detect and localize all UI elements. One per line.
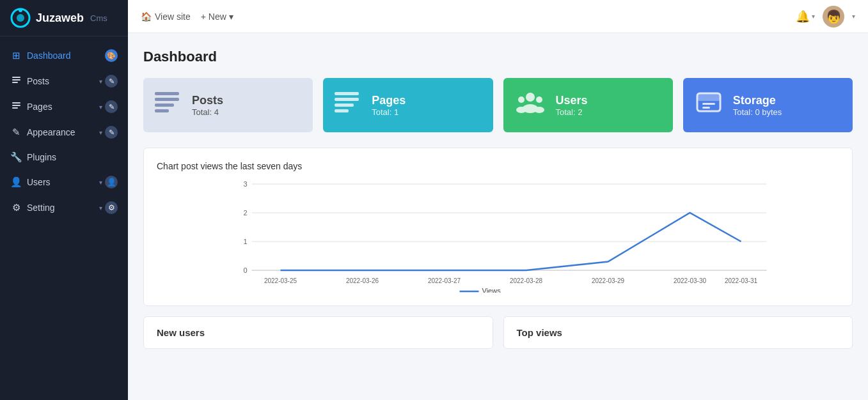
svg-text:2022-03-28: 2022-03-28: [510, 277, 543, 284]
svg-point-19: [536, 96, 542, 103]
dashboard-badge: 🎨: [105, 49, 118, 62]
storage-stat-value: Total: 0 bytes: [733, 107, 782, 117]
setting-icon: ⚙: [10, 202, 22, 213]
posts-stat-label: Posts: [192, 94, 223, 107]
svg-point-2: [19, 8, 22, 12]
appearance-icon: ✎: [10, 127, 22, 138]
pages-edit-icon: ✎: [105, 100, 118, 113]
sidebar-item-dashboard[interactable]: ⊞ Dashboard 🎨: [0, 43, 128, 68]
svg-text:2022-03-26: 2022-03-26: [346, 277, 379, 284]
svg-rect-8: [12, 107, 18, 109]
sidebar-label-dashboard: Dashboard: [27, 50, 71, 61]
sidebar-label-plugins: Plugins: [27, 152, 56, 162]
svg-rect-15: [335, 104, 354, 107]
new-users-card: New users: [143, 316, 493, 349]
new-arrow-icon: ▾: [229, 12, 233, 22]
svg-rect-14: [335, 98, 359, 101]
users-badge: 👤: [105, 176, 118, 188]
svg-point-22: [534, 107, 544, 113]
pages-arrow: ▾: [99, 104, 102, 111]
stat-card-pages[interactable]: Pages Total: 1: [323, 78, 493, 132]
svg-text:2022-03-25: 2022-03-25: [264, 277, 297, 284]
svg-text:2022-03-30: 2022-03-30: [674, 277, 707, 284]
sidebar-item-users[interactable]: 👤 Users ▾ 👤: [0, 169, 128, 195]
sidebar-label-setting: Setting: [27, 203, 55, 213]
users-stat-info: Users Total: 2: [556, 94, 588, 117]
sidebar-item-plugins[interactable]: 🔧 Plugins: [0, 145, 128, 169]
sidebar-item-appearance[interactable]: ✎ Appearance ▾ ✎: [0, 119, 128, 145]
svg-text:2022-03-29: 2022-03-29: [592, 277, 625, 284]
svg-rect-11: [155, 104, 174, 107]
svg-rect-5: [12, 82, 18, 83]
svg-rect-3: [12, 77, 20, 78]
stats-row: Posts Total: 4 Pages Total: 1: [143, 78, 853, 132]
svg-point-17: [526, 93, 535, 102]
svg-point-1: [17, 14, 24, 22]
svg-text:2022-03-27: 2022-03-27: [428, 277, 461, 284]
sidebar-label-pages: Pages: [27, 102, 52, 112]
sidebar-logo: Juzaweb Cms: [0, 0, 128, 36]
stat-card-users[interactable]: Users Total: 2: [503, 78, 673, 132]
posts-icon: [10, 75, 22, 87]
svg-point-21: [516, 107, 526, 113]
user-avatar[interactable]: 👦: [823, 6, 844, 27]
main-area: 🏠 View site + New ▾ 🔔 ▾ 👦 ▾ Dashboard: [128, 0, 868, 400]
view-site-link[interactable]: 🏠 View site: [141, 12, 191, 22]
svg-text:0: 0: [243, 266, 247, 274]
top-views-card: Top views: [503, 316, 853, 349]
svg-text:2022-03-31: 2022-03-31: [725, 277, 758, 284]
posts-stat-value: Total: 4: [192, 107, 223, 117]
avatar-arrow: ▾: [852, 13, 855, 20]
page-title: Dashboard: [143, 49, 853, 65]
sidebar-item-pages[interactable]: Pages ▾ ✎: [0, 94, 128, 119]
chart-title: Chart post views the last seven days: [157, 161, 839, 171]
chart-wrap: 3 2 1 0 2022-03-25 2022-03-26 2022-03-27…: [157, 178, 839, 293]
svg-text:3: 3: [243, 180, 247, 188]
view-site-label: View site: [155, 12, 191, 22]
chart-svg: 3 2 1 0 2022-03-25 2022-03-26 2022-03-27…: [157, 178, 839, 293]
notifications-button[interactable]: 🔔 ▾: [796, 10, 815, 24]
plugins-icon: 🔧: [10, 151, 22, 163]
setting-arrow: ▾: [99, 204, 102, 212]
sidebar-label-posts: Posts: [27, 76, 49, 86]
bell-icon: 🔔: [796, 10, 810, 24]
appearance-arrow: ▾: [99, 129, 102, 136]
posts-stat-info: Posts Total: 4: [192, 94, 223, 117]
topbar: 🏠 View site + New ▾ 🔔 ▾ 👦 ▾: [128, 0, 868, 33]
svg-text:2: 2: [243, 209, 247, 217]
topbar-right: 🔔 ▾ 👦 ▾: [796, 6, 855, 27]
pages-stat-icon: [335, 91, 361, 119]
sidebar-nav: ⊞ Dashboard 🎨 Posts ▾ ✎: [0, 36, 128, 400]
svg-rect-12: [155, 109, 169, 112]
stat-card-storage[interactable]: Storage Total: 0 bytes: [683, 78, 853, 132]
cms-label: Cms: [90, 13, 107, 23]
pages-icon: [10, 101, 22, 112]
top-views-title: Top views: [517, 327, 840, 338]
svg-point-18: [518, 96, 525, 103]
juzaweb-logo-icon: [10, 8, 31, 28]
stat-card-posts[interactable]: Posts Total: 4: [143, 78, 313, 132]
pages-stat-value: Total: 1: [372, 107, 406, 117]
setting-gear-icon: ⚙: [105, 201, 118, 214]
bell-arrow: ▾: [812, 13, 815, 20]
users-stat-value: Total: 2: [556, 107, 588, 117]
new-button[interactable]: + New ▾: [201, 12, 233, 22]
pages-stat-label: Pages: [372, 94, 406, 107]
svg-rect-24: [697, 93, 720, 101]
content-area: Dashboard Posts Total: 4: [128, 33, 868, 400]
sidebar: Juzaweb Cms ⊞ Dashboard 🎨 Posts ▾ ✎: [0, 0, 128, 400]
sidebar-item-posts[interactable]: Posts ▾ ✎: [0, 68, 128, 94]
bottom-row: New users Top views: [143, 316, 853, 349]
posts-edit-icon: ✎: [105, 75, 118, 88]
sidebar-label-users: Users: [27, 177, 51, 187]
users-icon: 👤: [10, 176, 22, 188]
app-name: Juzaweb: [36, 12, 84, 25]
new-users-title: New users: [157, 327, 480, 338]
chart-section: Chart post views the last seven days 3 2…: [143, 148, 853, 306]
sidebar-item-setting[interactable]: ⚙ Setting ▾ ⚙: [0, 195, 128, 220]
new-label: + New: [201, 12, 226, 22]
svg-rect-4: [12, 79, 20, 81]
svg-rect-13: [335, 92, 359, 95]
users-stat-label: Users: [556, 94, 588, 107]
svg-text:Views: Views: [482, 287, 501, 293]
